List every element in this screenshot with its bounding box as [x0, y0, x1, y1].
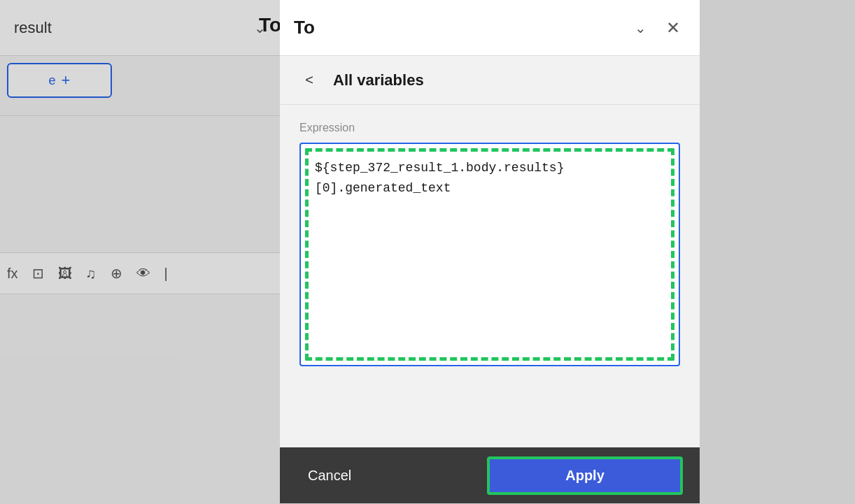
modal: To ⌄ ✕ < All variables Expression ${step…	[280, 0, 700, 503]
modal-title: All variables	[333, 71, 424, 89]
expression-label: Expression	[299, 122, 680, 134]
expression-container: ${step_372_result_1.body.results}[0].gen…	[299, 143, 680, 366]
modal-topbar: To ⌄ ✕	[280, 0, 700, 56]
modal-to-label: To	[294, 17, 626, 38]
modal-footer: Cancel Apply	[280, 447, 700, 503]
apply-button[interactable]: Apply	[487, 456, 683, 495]
modal-body: Expression ${step_372_result_1.body.resu…	[280, 105, 700, 447]
modal-close-button[interactable]: ✕	[660, 15, 686, 41]
back-button[interactable]: <	[297, 68, 322, 93]
cancel-button[interactable]: Cancel	[297, 462, 362, 489]
modal-chevron-icon[interactable]: ⌄	[635, 20, 646, 36]
modal-header: < All variables	[280, 56, 700, 105]
expression-input[interactable]: ${step_372_result_1.body.results}[0].gen…	[299, 143, 680, 366]
